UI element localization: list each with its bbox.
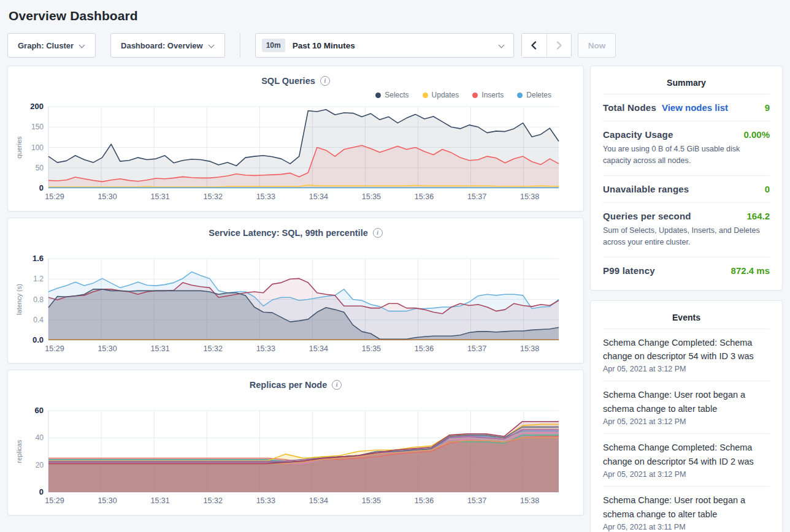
- chevron-right-icon: [555, 41, 563, 50]
- y-axis-label: latency (s): [15, 284, 23, 315]
- graph-dropdown[interactable]: Graph: Cluster: [7, 33, 96, 58]
- x-tick-label: 15:32: [204, 496, 223, 505]
- sql-queries-legend: Selects Updates Inserts Deletes: [8, 87, 583, 103]
- chart-svg[interactable]: 05010015020015:2915:3015:3115:3215:3315:…: [13, 103, 583, 207]
- event-timestamp: Apr 05, 2021 at 3:12 PM: [603, 417, 770, 426]
- event-text: Schema Change Completed: Schema change o…: [603, 441, 770, 468]
- x-tick-label: 15:37: [467, 344, 486, 353]
- summary-title: Summary: [603, 75, 770, 94]
- main-content: SQL Queries i Selects Updates Inserts: [0, 66, 790, 532]
- sql-queries-panel: SQL Queries i Selects Updates Inserts: [7, 66, 584, 211]
- x-tick-label: 15:30: [98, 496, 117, 505]
- dashboard-dropdown-label: Dashboard: Overview: [121, 41, 203, 50]
- x-tick-label: 15:33: [256, 496, 275, 505]
- info-icon[interactable]: i: [320, 76, 330, 86]
- y-tick-label: 0: [39, 487, 44, 496]
- page-title: Overview Dashboard: [0, 0, 790, 23]
- y-axis-label: replicas: [15, 439, 23, 463]
- y-tick-label: 200: [30, 103, 44, 111]
- chevron-left-icon: [530, 41, 538, 50]
- legend-item-inserts[interactable]: Inserts: [472, 91, 504, 99]
- event-item[interactable]: Schema Change Completed: Schema change o…: [603, 433, 770, 486]
- chart-svg[interactable]: 0.00.40.81.21.615:2915:3015:3115:3215:33…: [13, 255, 583, 359]
- y-tick-label: 0: [39, 183, 44, 192]
- replicas-per-node-chart[interactable]: 020406015:2915:3015:3115:3215:3315:3415:…: [8, 407, 583, 514]
- time-nav-group: [521, 33, 572, 58]
- x-tick-label: 15:34: [309, 344, 328, 353]
- x-tick-label: 15:32: [204, 344, 223, 353]
- time-prev-button[interactable]: [522, 34, 546, 57]
- y-tick-label: 0.4: [33, 316, 44, 324]
- x-tick-label: 15:37: [467, 192, 486, 201]
- p99-latency-label: P99 latency: [603, 265, 655, 276]
- events-panel: Events Schema Change Completed: Schema c…: [590, 300, 783, 532]
- legend-item-selects[interactable]: Selects: [375, 91, 408, 99]
- deletes-dot-icon: [517, 93, 523, 98]
- event-timestamp: Apr 05, 2021 at 3:12 PM: [603, 470, 770, 479]
- legend-item-deletes[interactable]: Deletes: [517, 91, 551, 99]
- y-tick-label: 1.2: [33, 275, 44, 283]
- y-tick-label: 100: [31, 143, 44, 152]
- info-icon[interactable]: i: [373, 228, 383, 238]
- x-tick-label: 15:38: [520, 496, 539, 505]
- legend-item-updates[interactable]: Updates: [423, 91, 459, 99]
- service-latency-panel: Service Latency: SQL, 99th percentile i …: [7, 218, 584, 363]
- replicas-per-node-panel: Replicas per Node i 020406015:2915:3015:…: [7, 370, 584, 515]
- event-item[interactable]: Schema Change: User root began a schema …: [603, 486, 770, 532]
- x-tick-label: 15:30: [98, 344, 117, 353]
- event-item[interactable]: Schema Change Completed: Schema change o…: [603, 329, 770, 381]
- y-tick-label: 40: [36, 433, 44, 442]
- x-tick-label: 15:33: [256, 344, 275, 353]
- x-tick-label: 15:29: [45, 192, 64, 201]
- x-tick-label: 15:31: [150, 496, 169, 505]
- graph-dropdown-label: Graph: Cluster: [18, 41, 74, 50]
- sql-queries-chart[interactable]: 05010015020015:2915:3015:3115:3215:3315:…: [8, 103, 583, 210]
- chart-svg[interactable]: 020406015:2915:3015:3115:3215:3315:3415:…: [13, 407, 583, 511]
- selects-dot-icon: [375, 93, 381, 98]
- charts-column: SQL Queries i Selects Updates Inserts: [7, 66, 584, 515]
- time-range-picker[interactable]: 10m Past 10 Minutes: [255, 33, 514, 58]
- x-tick-label: 15:31: [150, 192, 169, 201]
- y-tick-label: 0.8: [33, 295, 44, 304]
- legend-spacer: [8, 391, 583, 407]
- dashboard-dropdown[interactable]: Dashboard: Overview: [110, 33, 225, 58]
- total-nodes-label: Total Nodes: [603, 102, 656, 113]
- x-tick-label: 15:38: [520, 192, 539, 201]
- event-text: Schema Change: User root began a schema …: [603, 493, 770, 521]
- event-item[interactable]: Schema Change: User root began a schema …: [603, 381, 770, 433]
- summary-row-capacity: Capacity Usage 0.00% You are using 0 B o…: [603, 121, 770, 175]
- x-tick-label: 15:35: [362, 192, 381, 201]
- time-range-label: Past 10 Minutes: [293, 41, 499, 50]
- y-tick-label: 50: [36, 164, 44, 172]
- service-latency-chart[interactable]: 0.00.40.81.21.615:2915:3015:3115:3215:33…: [8, 255, 583, 362]
- capacity-usage-value: 0.00%: [743, 129, 770, 140]
- total-nodes-value: 9: [765, 102, 770, 113]
- x-tick-label: 15:35: [362, 496, 381, 505]
- x-tick-label: 15:33: [256, 192, 275, 201]
- x-tick-label: 15:37: [467, 496, 486, 505]
- info-icon[interactable]: i: [332, 380, 342, 390]
- y-tick-label: 150: [31, 123, 44, 131]
- summary-row-qps: Queries per second 164.2 Sum of Selects,…: [603, 202, 770, 257]
- x-tick-label: 15:36: [415, 192, 434, 201]
- event-timestamp: Apr 05, 2021 at 3:11 PM: [603, 523, 770, 531]
- now-button[interactable]: Now: [578, 33, 616, 58]
- inserts-dot-icon: [472, 93, 478, 98]
- events-title: Events: [603, 310, 770, 329]
- updates-dot-icon: [423, 93, 428, 98]
- time-range-badge: 10m: [262, 39, 285, 52]
- y-tick-label: 20: [36, 461, 44, 469]
- queries-per-second-label: Queries per second: [603, 211, 691, 221]
- x-tick-label: 15:34: [309, 192, 328, 201]
- time-next-button[interactable]: [546, 34, 571, 57]
- x-tick-label: 15:29: [45, 344, 64, 353]
- view-nodes-list-link[interactable]: View nodes list: [662, 102, 728, 113]
- capacity-usage-description: You are using 0 B of 4.5 GiB usable disk…: [603, 143, 770, 167]
- toolbar: Graph: Cluster Dashboard: Overview 10m P…: [7, 33, 783, 58]
- unavailable-ranges-label: Unavailable ranges: [603, 184, 689, 194]
- capacity-usage-label: Capacity Usage: [603, 129, 673, 140]
- y-tick-label: 60: [35, 407, 44, 415]
- summary-row-unavailable-ranges: Unavailable ranges 0: [603, 175, 770, 202]
- x-tick-label: 15:36: [415, 496, 434, 505]
- queries-per-second-description: Sum of Selects, Updates, Inserts, and De…: [603, 225, 770, 249]
